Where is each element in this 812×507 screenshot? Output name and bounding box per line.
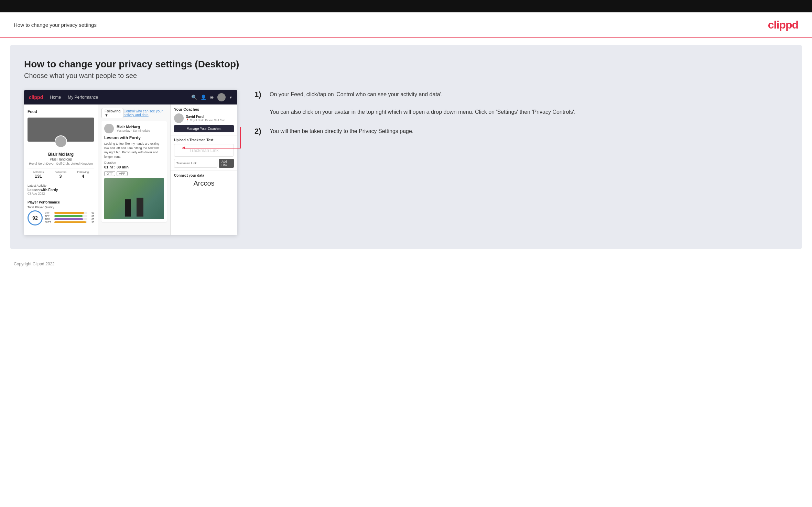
bar-label: ARG <box>45 218 53 220</box>
instructions: 1) On your Feed, click/tap on 'Control w… <box>251 90 788 146</box>
coach-item: David Ford 📍 Royal North Devon Golf Club <box>174 113 234 123</box>
app-feed: Following ▼ Control who can see your act… <box>98 104 170 235</box>
user-icon[interactable]: 👤 <box>201 95 206 100</box>
control-privacy-link[interactable]: Control who can see your activity and da… <box>123 109 167 117</box>
latest-activity-label: Latest Activity <box>28 184 94 187</box>
tag-ott: OTT <box>104 171 115 176</box>
player-perf-label: Player Performance <box>28 198 94 204</box>
profile-name: Blair McHarg <box>28 152 94 157</box>
card-author-name: Blair McHarg <box>117 125 150 129</box>
app-navbar: clippd Home My Performance 🔍 👤 ⊕ ▼ <box>24 90 237 104</box>
card-author-meta: Yesterday · Sunningdale <box>117 129 150 132</box>
main-subtitle: Choose what you want people to see <box>24 72 788 80</box>
step1-number: 1) <box>255 90 265 117</box>
feed-header: Following ▼ Control who can see your act… <box>101 108 167 118</box>
trackman-link-placeholder: Trackman Link <box>178 148 230 153</box>
feed-card: Blair McHarg Yesterday · Sunningdale Les… <box>101 121 167 222</box>
trackman-add-button[interactable]: Add Link <box>219 159 234 168</box>
coach-name: David Ford <box>186 115 225 119</box>
instruction-step2: 2) You will then be taken directly to th… <box>255 127 784 136</box>
app-sidebar: Feed Blair McHarg Plus Handicap Royal No… <box>24 104 98 235</box>
footer: Copyright Clippd 2022 <box>0 256 812 272</box>
tpq-bar-row: ARG 86 <box>45 218 94 220</box>
bar-value: 85 <box>89 215 94 217</box>
card-description: Looking to feel like my hands are exitin… <box>104 142 164 159</box>
stat-following: Following 4 <box>77 170 89 179</box>
nav-my-performance[interactable]: My Performance <box>68 95 98 100</box>
top-bar <box>0 0 812 12</box>
stat-activities-value: 131 <box>33 174 44 179</box>
add-icon[interactable]: ⊕ <box>210 95 214 100</box>
stat-followers-value: 3 <box>55 174 66 179</box>
duration-value: 01 hr : 30 min <box>104 165 164 169</box>
bar-fill <box>54 215 83 217</box>
trackman-title: Upload a Trackman Test <box>174 138 234 142</box>
avatar-dropdown-icon[interactable]: ▼ <box>229 96 232 99</box>
bar-label: OTT <box>45 212 53 214</box>
card-image <box>104 178 164 219</box>
coaches-title: Your Coaches <box>174 107 234 111</box>
instruction-step1: 1) On your Feed, click/tap on 'Control w… <box>255 90 784 117</box>
search-icon[interactable]: 🔍 <box>191 95 197 100</box>
stat-following-label: Following <box>77 170 89 174</box>
stat-activities-label: Activities <box>33 170 44 174</box>
profile-club: Royal North Devon Golf Club, United King… <box>28 162 94 165</box>
nav-icons: 🔍 👤 ⊕ ▼ <box>191 93 232 101</box>
main-title: How to change your privacy settings (Des… <box>24 59 788 70</box>
main-content: How to change your privacy settings (Des… <box>10 45 802 249</box>
app-right-panel: Your Coaches David Ford 📍 Royal North De… <box>170 104 237 235</box>
stat-activities: Activities 131 <box>33 170 44 179</box>
connect-title: Connect your data <box>174 174 234 177</box>
app-body: Feed Blair McHarg Plus Handicap Royal No… <box>24 104 237 235</box>
bar-label: APP <box>45 215 53 217</box>
app-logo: clippd <box>29 95 43 100</box>
trackman-input[interactable] <box>174 159 217 168</box>
tpq-label: Total Player Quality <box>28 206 94 209</box>
tpq-score: 92 <box>28 210 43 225</box>
bar-value: 90 <box>89 212 94 214</box>
stat-followers-label: Followers <box>55 170 66 174</box>
feed-tab[interactable]: Feed <box>28 108 94 115</box>
bar-track <box>54 221 87 223</box>
duration-label: Duration <box>104 161 164 164</box>
trackman-input-row: Add Link <box>174 159 234 168</box>
profile-handicap: Plus Handicap <box>28 157 94 161</box>
step2-number: 2) <box>255 127 265 136</box>
clippd-logo: clippd <box>768 19 798 31</box>
latest-activity-date: 03 Aug 2022 <box>28 192 94 195</box>
stat-following-value: 4 <box>77 174 89 179</box>
app-mockup-wrapper: clippd Home My Performance 🔍 👤 ⊕ ▼ <box>24 90 237 235</box>
profile-img-area <box>28 118 94 142</box>
user-avatar[interactable] <box>217 93 226 101</box>
coach-avatar <box>174 113 184 123</box>
manage-coaches-button[interactable]: Manage Your Coaches <box>174 125 234 132</box>
bar-value: 86 <box>89 218 94 220</box>
profile-avatar <box>55 135 67 148</box>
bar-fill <box>54 218 83 220</box>
coach-club: 📍 Royal North Devon Golf Club <box>186 119 225 122</box>
bar-track <box>54 215 87 217</box>
tpq-bars: OTT 90 APP 85 ARG 86 PUTT 96 <box>45 212 94 224</box>
step1-text: On your Feed, click/tap on 'Control who … <box>270 90 575 117</box>
header: How to change your privacy settings clip… <box>0 12 812 38</box>
arccos-label: Arccos <box>174 179 234 187</box>
app-mockup: clippd Home My Performance 🔍 👤 ⊕ ▼ <box>24 90 237 235</box>
card-avatar <box>104 124 114 133</box>
bar-value: 96 <box>89 221 94 223</box>
nav-home[interactable]: Home <box>50 95 61 100</box>
tpq-row: 92 OTT 90 APP 85 ARG 86 PUTT 9 <box>28 210 94 225</box>
trackman-link-area: Trackman Link <box>174 144 234 157</box>
tpq-bar-row: OTT 90 <box>45 212 94 214</box>
tag-row: OTT APP <box>104 171 164 176</box>
demo-row: clippd Home My Performance 🔍 👤 ⊕ ▼ <box>24 90 788 235</box>
card-title: Lesson with Fordy <box>104 135 164 140</box>
step2-text: You will then be taken directly to the P… <box>270 127 413 136</box>
copyright-text: Copyright Clippd 2022 <box>14 262 55 266</box>
tpq-bar-row: APP 85 <box>45 215 94 217</box>
bar-fill <box>54 221 86 223</box>
stat-followers: Followers 3 <box>55 170 66 179</box>
latest-activity-name: Lesson with Fordy <box>28 188 94 192</box>
connect-section: Connect your data Arccos <box>171 171 237 190</box>
stats-row: Activities 131 Followers 3 Following 4 <box>28 168 94 181</box>
following-button[interactable]: Following ▼ <box>101 108 123 118</box>
